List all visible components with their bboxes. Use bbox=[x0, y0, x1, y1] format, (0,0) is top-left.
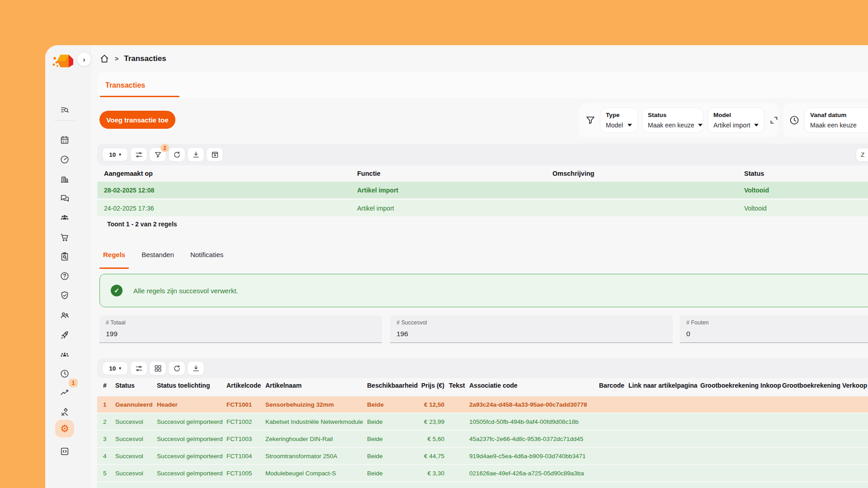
home-icon[interactable] bbox=[99, 54, 109, 64]
filter-status-dropdown[interactable]: Status Maak een keuze bbox=[642, 108, 703, 133]
cell-toelichting: Succesvol geïmporteerd bbox=[157, 418, 226, 425]
col-num: # bbox=[103, 382, 115, 389]
cart-icon[interactable] bbox=[59, 232, 70, 243]
chat-icon[interactable] bbox=[59, 193, 70, 204]
people-filled-icon[interactable] bbox=[59, 212, 70, 223]
col-artikelcode: Artikelcode bbox=[226, 382, 265, 389]
filter-model-dropdown[interactable]: Model Artikel import bbox=[708, 108, 764, 133]
refresh-button[interactable] bbox=[168, 147, 185, 162]
inbox-download-icon bbox=[211, 150, 219, 159]
cell-artikelcode: FCT1004 bbox=[226, 453, 265, 460]
archive-download-button[interactable] bbox=[206, 147, 223, 162]
columns-settings-button[interactable] bbox=[130, 147, 147, 162]
rules-toolbar: 10▾ bbox=[97, 358, 868, 378]
col-gb-verkoop: Grootboekrekening Verkoop bbox=[782, 382, 868, 389]
cell-artikelcode: FCT1002 bbox=[226, 418, 265, 425]
tab-regels[interactable]: Regels bbox=[103, 251, 125, 267]
shield-check-icon[interactable] bbox=[59, 290, 70, 301]
transactions-table-header: Aangemaakt op Functie Omschrijving Statu… bbox=[97, 168, 868, 179]
trending-up-icon[interactable] bbox=[59, 387, 70, 398]
cell-status: Geannuleerd bbox=[115, 401, 157, 408]
rocket-icon[interactable] bbox=[59, 330, 70, 341]
table-row[interactable]: 2 Succesvol Succesvol geïmporteerd FCT10… bbox=[97, 413, 868, 430]
calendar-icon[interactable] bbox=[59, 135, 70, 145]
table-row[interactable]: 4 Succesvol Succesvol geïmporteerd FCT10… bbox=[97, 448, 868, 464]
table-row[interactable]: 3 Succesvol Succesvol geïmporteerd FCT10… bbox=[97, 431, 868, 447]
group-icon[interactable] bbox=[59, 349, 70, 360]
download-button[interactable] bbox=[187, 147, 204, 162]
stat-fouten: # Fouten 0 bbox=[680, 315, 868, 343]
detail-tabs: Regels Bestanden Notificaties bbox=[103, 251, 223, 267]
tab-transacties[interactable]: Transacties bbox=[100, 72, 179, 98]
cell-prijs: € 12,50 bbox=[421, 401, 449, 408]
refresh-button[interactable] bbox=[168, 361, 185, 375]
chevron-down-icon bbox=[627, 124, 632, 127]
corner-resize-icon[interactable] bbox=[769, 115, 779, 126]
gear-icon: ⚙ bbox=[55, 420, 74, 437]
cell-status: Succesvol bbox=[115, 453, 157, 460]
sliders-icon bbox=[135, 364, 143, 373]
tools-icon[interactable] bbox=[59, 407, 70, 418]
filter-button[interactable]: 2 bbox=[149, 147, 166, 162]
col-associatie: Associatie code bbox=[469, 382, 599, 389]
stat-label: # Succesvol bbox=[396, 319, 666, 326]
table-row[interactable]: 28-02-2025 12:08 Artikel import Voltooid bbox=[97, 182, 868, 198]
code-box-icon[interactable] bbox=[59, 446, 70, 457]
cell-prijs: € 23,99 bbox=[421, 418, 449, 425]
filter-group: Type Model Status Maak een keuze Model A… bbox=[579, 103, 778, 137]
help-icon[interactable] bbox=[59, 271, 70, 282]
columns-settings-button[interactable] bbox=[130, 361, 147, 375]
cell-artikelcode: FCT1003 bbox=[226, 436, 265, 442]
cell-associatie: 919d4ae9-c5ea-4d6a-b909-03d740bb3471 bbox=[469, 453, 599, 460]
clipboard-search-icon[interactable] bbox=[59, 251, 70, 262]
search-list-icon[interactable] bbox=[59, 104, 70, 115]
trending-badge: 1 bbox=[69, 379, 78, 387]
add-transaction-button[interactable]: Voeg transactie toe bbox=[99, 111, 175, 129]
filter-type-dropdown[interactable]: Type Model bbox=[600, 108, 638, 133]
tab-notificaties[interactable]: Notificaties bbox=[190, 251, 223, 267]
stat-value: 196 bbox=[396, 330, 666, 338]
people-outline-icon[interactable] bbox=[59, 310, 70, 321]
filter-model-label: Model bbox=[713, 112, 759, 118]
cell-toelichting: Succesvol geïmporteerd bbox=[157, 470, 226, 477]
cell-artikelcode: FCT1005 bbox=[226, 470, 265, 477]
cell-toelichting: Succesvol geïmporteerd bbox=[157, 453, 226, 460]
download-button[interactable] bbox=[187, 361, 204, 375]
col-status: Status bbox=[115, 382, 157, 389]
clock-icon[interactable] bbox=[59, 368, 70, 379]
table-row[interactable]: 5 Succesvol Succesvol geïmporteerd FCT10… bbox=[97, 465, 868, 481]
filter-status-label: Status bbox=[648, 112, 698, 118]
sidebar-item-settings-active[interactable]: ⚙ bbox=[55, 420, 74, 437]
table-row[interactable]: 6 Succesvol Succesvol geïmporteerd FCT10… bbox=[97, 482, 868, 488]
cell-num: 2 bbox=[103, 418, 115, 425]
table-row[interactable]: 24-02-2025 17:36 Artikel import Voltooid bbox=[97, 200, 868, 216]
cell-associatie: 021626ae-49ef-426a-a725-05d90c89a3ba bbox=[469, 470, 599, 477]
success-alert: ✓ Alle regels zijn succesvol verwerkt. bbox=[99, 274, 868, 307]
col-artikelnaam: Artikelnaam bbox=[265, 382, 367, 389]
app-window: 1 ⚙ › > Transacties Transacties Voeg tra… bbox=[45, 45, 868, 488]
stat-label: # Fouten bbox=[686, 319, 868, 326]
table-row[interactable]: 1 Geannuleerd Header FCT1001 Sensorbehui… bbox=[97, 396, 868, 413]
chevron-down-icon bbox=[754, 124, 759, 127]
search-input[interactable]: Z bbox=[856, 148, 868, 162]
grid-view-button[interactable] bbox=[149, 361, 166, 375]
sidebar-expand-button[interactable]: › bbox=[77, 52, 91, 66]
cell-artikelnaam: Sensorbehuizing 32mm bbox=[265, 401, 367, 408]
page-size-value: 10 bbox=[109, 365, 116, 372]
cell-status: Voltooid bbox=[744, 187, 868, 194]
col-tekst: Tekst bbox=[449, 382, 469, 389]
cell-status: Succesvol bbox=[115, 436, 157, 442]
cell-artikelnaam: Modulebeugel Compact-S bbox=[265, 470, 367, 477]
page-title: Transacties bbox=[124, 54, 166, 63]
cell-beschikbaarheid: Beide bbox=[367, 418, 421, 425]
filter-date-dropdown[interactable]: Vanaf datum Maak een keuze bbox=[804, 108, 868, 133]
app-logo-icon[interactable] bbox=[51, 51, 76, 73]
filter-model-value: Artikel import bbox=[713, 122, 750, 129]
tab-bestanden[interactable]: Bestanden bbox=[142, 251, 174, 267]
cell-artikelnaam: Zekeringhouder DIN-Rail bbox=[265, 436, 367, 442]
page-size-select[interactable]: 10▾ bbox=[102, 361, 128, 375]
gauge-icon[interactable] bbox=[59, 154, 70, 165]
page-size-select[interactable]: 10▾ bbox=[102, 148, 128, 161]
sliders-icon bbox=[135, 150, 143, 159]
building-icon[interactable] bbox=[59, 174, 70, 184]
